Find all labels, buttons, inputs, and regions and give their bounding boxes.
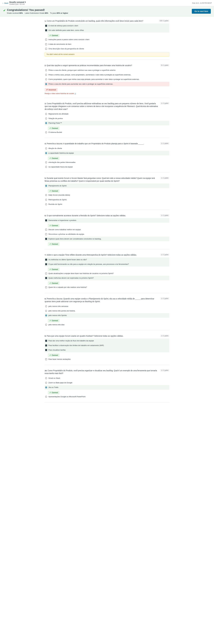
question-4-score: 1 / 1 point bbox=[160, 142, 169, 145]
radio-2-2[interactable] bbox=[45, 74, 47, 76]
question-7-options: As melhorias no último Sprint foram útei… bbox=[45, 258, 169, 290]
option-label-1-3: Instruções passo a passo sobre como conc… bbox=[48, 38, 89, 41]
question-4-options: direção do clientea capacidade histórica… bbox=[45, 146, 169, 169]
question-5-option-2: Daily Scrum (reunião diária) bbox=[45, 193, 169, 197]
radio-10-3[interactable] bbox=[45, 386, 47, 388]
question-9-option-3: Para visualizar tarefas bbox=[45, 348, 169, 352]
correct-badge-7-4: ✓ Correct bbox=[48, 282, 60, 285]
checkbox-1-3[interactable] bbox=[45, 38, 47, 40]
checkbox-1-4[interactable] bbox=[45, 43, 47, 45]
congrats-title: Congratulations! You passed! bbox=[7, 8, 68, 12]
radio-10-2[interactable] bbox=[45, 382, 47, 384]
option-label-8-2: pelo menos três pontos de história bbox=[48, 310, 75, 312]
questions-list: 1.Como um Proprietário do Produto constr… bbox=[45, 20, 169, 402]
radio-2-1[interactable] bbox=[45, 69, 47, 71]
radio-5-1[interactable] bbox=[45, 185, 47, 187]
radio-5-2[interactable] bbox=[45, 194, 47, 196]
question-1-header: 1.Como um Proprietário do Produto constr… bbox=[45, 20, 169, 22]
question-2-option-4: Pintar a casa do cliente para aumentar s… bbox=[45, 82, 169, 86]
top-navigation: ← Back Desafio semanal 3 Graded Quiz • 5… bbox=[0, 0, 214, 6]
option-label-8-3: pelo menos três Sprints bbox=[48, 314, 67, 317]
question-3-score: 1 / 1 point bbox=[160, 102, 169, 104]
question-8-header: 8.Preencha a lacuna: Quando uma equipe c… bbox=[45, 297, 169, 303]
question-7-option-5: Quem foi o culpado por não realizar uma … bbox=[45, 285, 169, 290]
checkbox-6-4[interactable] bbox=[45, 238, 47, 240]
radio-4-4[interactable] bbox=[45, 166, 47, 168]
checkbox-7-4[interactable] bbox=[45, 277, 47, 279]
question-9-option-2: Para facilitar a observação dos limites … bbox=[45, 343, 169, 348]
question-3-header: 3.Como Proprietário do Produto, você pre… bbox=[45, 102, 169, 110]
checkbox-9-2[interactable] bbox=[45, 344, 47, 346]
radio-3-2[interactable] bbox=[45, 118, 47, 120]
option-label-4-2: a capacidade histórica da equipe bbox=[48, 152, 74, 154]
grade-received-value: 88% bbox=[19, 12, 23, 14]
correct-badge-6-1: ✓ Correct bbox=[48, 224, 60, 227]
question-2-option-3: Como proprietário, quero que minha casa … bbox=[45, 77, 169, 82]
option-label-3-1: Mapeamento de afinidade bbox=[48, 113, 69, 115]
option-label-8-4: pelo menos três dias bbox=[48, 324, 64, 326]
option-label-4-1: direção do cliente bbox=[48, 147, 62, 150]
option-label-5-3: Retrospectiva do Sprint. bbox=[48, 198, 67, 201]
option-label-2-2: Pintar a minha casa, porque, como propri… bbox=[48, 74, 131, 76]
radio-2-4[interactable] bbox=[45, 83, 47, 85]
question-7-score: 1 / 1 point bbox=[160, 254, 169, 256]
option-label-9-1: Para dar uma melhor noção do fluxo de tr… bbox=[48, 340, 94, 342]
radio-4-2[interactable] bbox=[45, 152, 47, 154]
option-label-9-4: Para fazer menos anotações bbox=[48, 358, 71, 360]
correct-icon: ✓ bbox=[49, 190, 51, 192]
checkbox-6-2[interactable] bbox=[45, 229, 47, 230]
radio-5-4[interactable] bbox=[45, 203, 47, 205]
radio-8-4[interactable] bbox=[45, 324, 47, 326]
checkbox-7-3[interactable] bbox=[45, 272, 47, 274]
question-3-option-1: Mapeamento de afinidade bbox=[45, 112, 169, 116]
correct-badge-6-4: ✓ Correct bbox=[48, 242, 60, 246]
checkbox-6-1[interactable] bbox=[45, 220, 47, 221]
question-2-option-2: Pintar a minha casa, porque, como propri… bbox=[45, 72, 169, 77]
question-7-text: 7.Sobre o que a equipe Time reflete dura… bbox=[45, 254, 160, 256]
radio-2-3[interactable] bbox=[45, 78, 47, 80]
radio-8-1[interactable] bbox=[45, 306, 47, 307]
radio-4-1[interactable] bbox=[45, 148, 47, 149]
question-6-option-2: Discutir como trabalhar melhor em equipe… bbox=[45, 227, 169, 232]
checkbox-9-3[interactable] bbox=[45, 349, 47, 351]
radio-3-3[interactable] bbox=[45, 122, 47, 124]
question-7-header: 7.Sobre o que a equipe Time reflete dura… bbox=[45, 254, 169, 256]
question-2-header: 2.Qual das opções a seguir apresenta as … bbox=[45, 64, 169, 67]
radio-8-3[interactable] bbox=[45, 314, 47, 316]
correct-icon: ✓ bbox=[49, 127, 51, 129]
option-label-1-5: Uma descrição clara da perspectiva do cl… bbox=[48, 48, 84, 50]
next-item-button[interactable]: Go to next item bbox=[192, 9, 211, 14]
option-label-3-3: Planning Poker™ bbox=[48, 122, 62, 124]
question-3: 3.Como Proprietário do Produto, você pre… bbox=[45, 102, 169, 138]
question-1-option-2: Um valor definido para cada item, como c… bbox=[45, 28, 169, 32]
checkbox-9-1[interactable] bbox=[45, 340, 47, 342]
radio-5-3[interactable] bbox=[45, 199, 47, 201]
question-4-header: 4.Preencha a lacuna: A quantidade de tra… bbox=[45, 142, 169, 145]
question-8-option-4: pelo menos três dias bbox=[45, 322, 169, 327]
radio-4-3[interactable] bbox=[45, 162, 47, 163]
checkbox-7-2[interactable] bbox=[45, 263, 47, 265]
checkbox-1-5[interactable] bbox=[45, 48, 47, 50]
checkbox-9-4[interactable] bbox=[45, 358, 47, 360]
option-label-6-1: Demonstrar e inspecionar o produto. bbox=[48, 219, 77, 222]
review-link[interactable]: ↗ bbox=[75, 93, 76, 94]
radio-10-4[interactable] bbox=[45, 396, 47, 398]
radio-8-2[interactable] bbox=[45, 310, 47, 312]
option-label-2-4: Pintar a casa do cliente para aumentar s… bbox=[48, 83, 113, 85]
checkbox-1-1[interactable] bbox=[45, 25, 47, 27]
checkbox-7-5[interactable] bbox=[45, 286, 47, 288]
checkbox-1-2[interactable] bbox=[45, 29, 47, 31]
correct-icon: ✓ bbox=[49, 268, 51, 270]
checkbox-6-3[interactable] bbox=[45, 233, 47, 235]
back-button[interactable]: ← Back bbox=[2, 2, 8, 4]
question-7-option-3: Quais atualizações a equipe deve fazer n… bbox=[45, 271, 169, 276]
question-5-options: Planejamento do Sprint✓ CorrectDaily Scr… bbox=[45, 184, 169, 206]
radio-3-1[interactable] bbox=[45, 113, 47, 115]
option-label-10-3: Jira ou Trello bbox=[48, 386, 58, 389]
radio-3-4[interactable] bbox=[45, 131, 47, 133]
option-label-1-1: O nível de esforço para concluir o item bbox=[48, 24, 78, 27]
question-3-options: Mapeamento de afinidadeVotação de pontos… bbox=[45, 112, 169, 135]
submission-grade-value: 88% bbox=[45, 12, 48, 14]
radio-10-1[interactable] bbox=[45, 377, 47, 379]
checkbox-7-1[interactable] bbox=[45, 259, 47, 260]
